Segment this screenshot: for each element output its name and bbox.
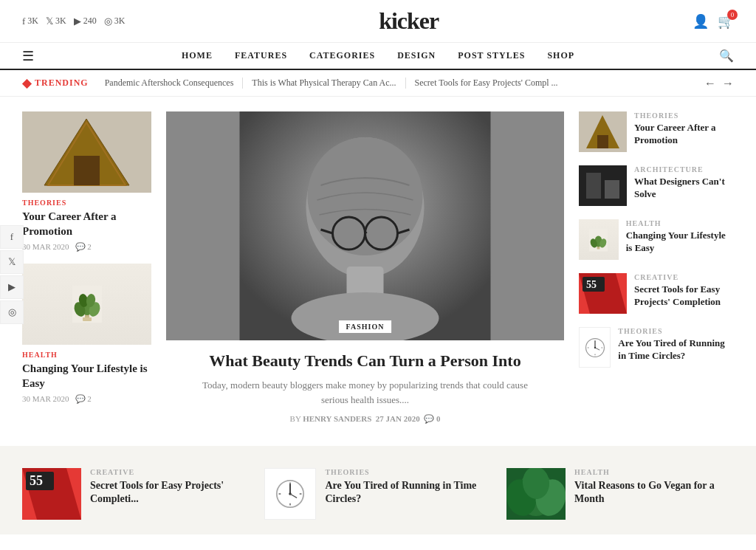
right-article-0-thumbnail[interactable]: [579, 111, 627, 152]
right-article-4: THEORIES Are You Tired of Running in Tim…: [579, 327, 734, 368]
youtube-social[interactable]: ▶ 240: [74, 16, 97, 27]
main-content: THEORIES Your Career After a Promotion 3…: [0, 97, 756, 439]
svg-rect-28: [605, 180, 619, 199]
bottom-card-2-title[interactable]: Vital Reasons to Go Vegan for a Month: [574, 479, 734, 506]
trending-dot-icon: ◆: [22, 76, 32, 90]
trending-bar: ◆ TRENDING Pandemic Aftershock Consequen…: [0, 70, 756, 97]
left-column: THEORIES Your Career After a Promotion 3…: [22, 111, 151, 424]
instagram-icon: ◎: [104, 16, 112, 27]
right-article-3-thumbnail[interactable]: 55: [579, 273, 627, 314]
article-0-thumbnail[interactable]: [22, 111, 151, 193]
bottom-card-0-category: CREATIVE: [90, 468, 250, 476]
article-1-title[interactable]: Changing Your Lifestyle is Easy: [22, 362, 151, 391]
bottom-card-1-title[interactable]: Are You Tired of Running in Time Circles…: [325, 479, 492, 506]
right-article-0-title[interactable]: Your Career After a Promotion: [634, 122, 734, 147]
featured-image[interactable]: FASHION: [166, 111, 564, 340]
article-0-date: 30 MAR 2020: [22, 242, 69, 252]
twitter-social[interactable]: 𝕏 3K: [46, 16, 66, 27]
article-1-date: 30 MAR 2020: [22, 394, 69, 404]
side-youtube-button[interactable]: ▶: [0, 275, 24, 299]
article-1-meta: 30 MAR 2020 💬 2: [22, 394, 151, 404]
nav-home[interactable]: HOME: [182, 50, 213, 61]
bottom-card-0-title[interactable]: Secret Tools for Easy Projects' Completi…: [90, 479, 250, 506]
user-icon[interactable]: 👤: [693, 13, 709, 30]
featured-meta: BY HENRY SANDERS 27 JAN 2020 💬 0: [188, 414, 542, 424]
trending-item-0[interactable]: Pandemic Aftershock Consequences: [96, 78, 244, 89]
article-0-category: THEORIES: [22, 199, 151, 207]
right-article-1: ARCHITECTURE What Designers Can't Solve: [579, 165, 734, 206]
trending-item-2[interactable]: Secret Tools for Easy Projects' Compl ..…: [406, 78, 567, 89]
nav-shop[interactable]: SHOP: [547, 50, 574, 61]
bottom-card-2-thumbnail[interactable]: [506, 468, 566, 520]
right-column: THEORIES Your Career After a Promotion A…: [579, 111, 734, 424]
svg-rect-6: [83, 317, 92, 321]
left-article-0: THEORIES Your Career After a Promotion 3…: [22, 111, 151, 252]
bottom-card-1-thumbnail[interactable]: [264, 468, 316, 520]
article-1-thumbnail[interactable]: [22, 264, 151, 345]
nav-categories[interactable]: CATEGORIES: [309, 50, 375, 61]
article-0-title[interactable]: Your Career After a Promotion: [22, 210, 151, 238]
search-icon[interactable]: 🔍: [719, 49, 734, 63]
trending-prev-button[interactable]: ←: [704, 77, 716, 90]
right-article-2-category: HEALTH: [626, 219, 734, 227]
top-bar: f 3K 𝕏 3K ▶ 240 ◎ 3K kicker 👤 🛒 0: [0, 0, 756, 43]
side-instagram-button[interactable]: ◎: [0, 300, 24, 324]
right-article-3: 55 CREATIVE Secret Tools for Easy Projec…: [579, 273, 734, 314]
featured-tag: FASHION: [339, 320, 392, 333]
bottom-leaves-art: [506, 468, 566, 520]
social-links: f 3K 𝕏 3K ▶ 240 ◎ 3K: [22, 16, 125, 27]
right-article-1-title[interactable]: What Designers Can't Solve: [634, 176, 734, 201]
right-article-1-thumbnail[interactable]: [579, 165, 627, 206]
right-article-0: THEORIES Your Career After a Promotion: [579, 111, 734, 152]
trending-next-button[interactable]: →: [722, 77, 734, 90]
triangle-art: [22, 111, 151, 193]
center-column: FASHION What Beauty Trends Can Turn a Pe…: [166, 111, 564, 424]
svg-text:55: 55: [30, 473, 43, 488]
side-twitter-button[interactable]: 𝕏: [0, 250, 24, 274]
trending-label: ◆ TRENDING: [22, 76, 89, 90]
instagram-social[interactable]: ◎ 3K: [104, 16, 126, 27]
right-article-2: HEALTH Changing Your Lifestyle is Easy: [579, 219, 734, 260]
right-article-1-category: ARCHITECTURE: [634, 165, 734, 173]
youtube-icon: ▶: [74, 16, 81, 27]
right-article-2-title[interactable]: Changing Your Lifestyle is Easy: [626, 230, 734, 255]
bottom-card-0-thumbnail[interactable]: 55: [22, 468, 81, 520]
facebook-count: 3K: [27, 16, 38, 27]
featured-title[interactable]: What Beauty Trends Can Turn a Person Int…: [188, 351, 542, 372]
featured-author[interactable]: HENRY SANDERS: [303, 414, 371, 423]
trending-item-1[interactable]: This is What Physical Therapy Can Ac...: [243, 78, 405, 89]
side-social-bar: f 𝕏 ▶ ◎: [0, 225, 24, 326]
right-article-2-info: HEALTH Changing Your Lifestyle is Easy: [626, 219, 734, 255]
nav-post-styles[interactable]: POST STYLES: [458, 50, 525, 61]
nav-design[interactable]: DESIGN: [397, 50, 436, 61]
bottom-card-2-category: HEALTH: [574, 468, 734, 476]
menu-icon[interactable]: ☰: [22, 48, 34, 64]
svg-rect-27: [586, 173, 601, 199]
bottom-card-2-info: HEALTH Vital Reasons to Go Vegan for a M…: [574, 468, 734, 506]
svg-line-18: [365, 232, 367, 233]
trending-items: Pandemic Aftershock Consequences This is…: [96, 78, 697, 89]
bottom-card-0-info: CREATIVE Secret Tools for Easy Projects'…: [90, 468, 250, 506]
right-article-2-thumbnail[interactable]: [579, 219, 619, 260]
svg-rect-3: [74, 156, 100, 185]
right-article-3-title[interactable]: Secret Tools for Easy Projects' Completi…: [634, 283, 734, 309]
svg-text:55: 55: [586, 279, 597, 290]
site-logo[interactable]: kicker: [379, 7, 439, 35]
bottom-section: 55 CREATIVE Secret Tools for Easy Projec…: [0, 446, 756, 534]
nav-features[interactable]: FEATURES: [235, 50, 287, 61]
svg-rect-26: [579, 165, 627, 206]
right-article-4-thumbnail[interactable]: [579, 327, 611, 368]
facebook-social[interactable]: f 3K: [22, 16, 38, 27]
twitter-icon: 𝕏: [46, 16, 53, 27]
right-article-1-info: ARCHITECTURE What Designers Can't Solve: [634, 165, 734, 201]
side-facebook-button[interactable]: f: [0, 225, 24, 249]
trending-nav: ← →: [704, 77, 734, 90]
right-article-4-category: THEORIES: [618, 327, 734, 335]
article-1-category: HEALTH: [22, 351, 151, 359]
right-article-4-title[interactable]: Are You Tired of Running in Time Circles…: [618, 337, 734, 362]
right-article-3-info: CREATIVE Secret Tools for Easy Projects'…: [634, 273, 734, 309]
cart-button[interactable]: 🛒 0: [718, 13, 734, 30]
featured-excerpt: Today, modern beauty bloggers make money…: [188, 378, 542, 409]
article-0-comments: 💬 2: [75, 242, 92, 252]
bottom-card-1-category: THEORIES: [325, 468, 492, 476]
